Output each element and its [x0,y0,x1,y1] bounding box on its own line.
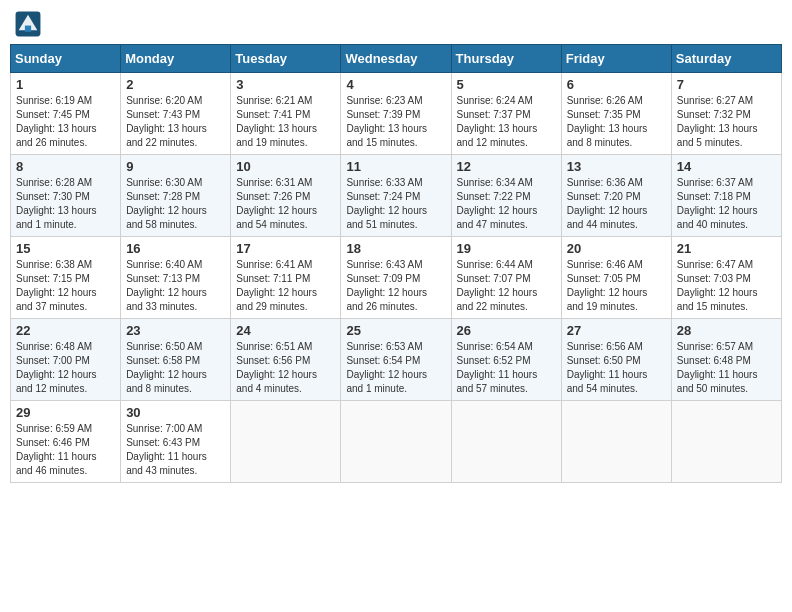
page-header [10,10,782,38]
calendar-cell: 20Sunrise: 6:46 AMSunset: 7:05 PMDayligh… [561,237,671,319]
calendar-cell: 14Sunrise: 6:37 AMSunset: 7:18 PMDayligh… [671,155,781,237]
column-header-sunday: Sunday [11,45,121,73]
day-info: Sunrise: 6:23 AMSunset: 7:39 PMDaylight:… [346,94,445,150]
day-info: Sunrise: 6:38 AMSunset: 7:15 PMDaylight:… [16,258,115,314]
calendar-cell: 21Sunrise: 6:47 AMSunset: 7:03 PMDayligh… [671,237,781,319]
day-number: 2 [126,77,225,92]
day-number: 9 [126,159,225,174]
calendar-cell [561,401,671,483]
day-number: 20 [567,241,666,256]
calendar-cell: 2Sunrise: 6:20 AMSunset: 7:43 PMDaylight… [121,73,231,155]
column-header-friday: Friday [561,45,671,73]
calendar-cell: 12Sunrise: 6:34 AMSunset: 7:22 PMDayligh… [451,155,561,237]
calendar-cell: 26Sunrise: 6:54 AMSunset: 6:52 PMDayligh… [451,319,561,401]
day-number: 5 [457,77,556,92]
day-info: Sunrise: 6:21 AMSunset: 7:41 PMDaylight:… [236,94,335,150]
column-header-tuesday: Tuesday [231,45,341,73]
day-number: 29 [16,405,115,420]
calendar-cell: 17Sunrise: 6:41 AMSunset: 7:11 PMDayligh… [231,237,341,319]
day-info: Sunrise: 6:24 AMSunset: 7:37 PMDaylight:… [457,94,556,150]
column-header-monday: Monday [121,45,231,73]
day-number: 6 [567,77,666,92]
day-info: Sunrise: 6:33 AMSunset: 7:24 PMDaylight:… [346,176,445,232]
day-number: 26 [457,323,556,338]
calendar-cell: 23Sunrise: 6:50 AMSunset: 6:58 PMDayligh… [121,319,231,401]
svg-rect-2 [25,26,31,32]
calendar-cell: 24Sunrise: 6:51 AMSunset: 6:56 PMDayligh… [231,319,341,401]
day-number: 14 [677,159,776,174]
day-info: Sunrise: 6:53 AMSunset: 6:54 PMDaylight:… [346,340,445,396]
day-number: 4 [346,77,445,92]
calendar-cell: 19Sunrise: 6:44 AMSunset: 7:07 PMDayligh… [451,237,561,319]
column-header-saturday: Saturday [671,45,781,73]
day-info: Sunrise: 6:28 AMSunset: 7:30 PMDaylight:… [16,176,115,232]
day-number: 11 [346,159,445,174]
calendar-cell: 13Sunrise: 6:36 AMSunset: 7:20 PMDayligh… [561,155,671,237]
day-info: Sunrise: 6:43 AMSunset: 7:09 PMDaylight:… [346,258,445,314]
day-number: 1 [16,77,115,92]
calendar-cell: 16Sunrise: 6:40 AMSunset: 7:13 PMDayligh… [121,237,231,319]
day-number: 22 [16,323,115,338]
column-header-wednesday: Wednesday [341,45,451,73]
calendar-cell: 22Sunrise: 6:48 AMSunset: 7:00 PMDayligh… [11,319,121,401]
day-number: 25 [346,323,445,338]
calendar-cell: 30Sunrise: 7:00 AMSunset: 6:43 PMDayligh… [121,401,231,483]
calendar-cell: 18Sunrise: 6:43 AMSunset: 7:09 PMDayligh… [341,237,451,319]
day-info: Sunrise: 6:30 AMSunset: 7:28 PMDaylight:… [126,176,225,232]
day-info: Sunrise: 6:44 AMSunset: 7:07 PMDaylight:… [457,258,556,314]
day-info: Sunrise: 6:19 AMSunset: 7:45 PMDaylight:… [16,94,115,150]
calendar-cell [231,401,341,483]
column-header-thursday: Thursday [451,45,561,73]
day-number: 18 [346,241,445,256]
day-number: 13 [567,159,666,174]
day-info: Sunrise: 6:51 AMSunset: 6:56 PMDaylight:… [236,340,335,396]
day-number: 30 [126,405,225,420]
day-number: 7 [677,77,776,92]
day-info: Sunrise: 6:48 AMSunset: 7:00 PMDaylight:… [16,340,115,396]
calendar-cell: 27Sunrise: 6:56 AMSunset: 6:50 PMDayligh… [561,319,671,401]
day-info: Sunrise: 6:34 AMSunset: 7:22 PMDaylight:… [457,176,556,232]
day-number: 21 [677,241,776,256]
calendar-cell: 4Sunrise: 6:23 AMSunset: 7:39 PMDaylight… [341,73,451,155]
logo [14,10,44,38]
calendar-cell: 5Sunrise: 6:24 AMSunset: 7:37 PMDaylight… [451,73,561,155]
calendar-week-2: 8Sunrise: 6:28 AMSunset: 7:30 PMDaylight… [11,155,782,237]
day-number: 15 [16,241,115,256]
day-number: 3 [236,77,335,92]
calendar-cell [671,401,781,483]
day-info: Sunrise: 6:57 AMSunset: 6:48 PMDaylight:… [677,340,776,396]
calendar-cell: 11Sunrise: 6:33 AMSunset: 7:24 PMDayligh… [341,155,451,237]
day-info: Sunrise: 6:46 AMSunset: 7:05 PMDaylight:… [567,258,666,314]
calendar-cell: 29Sunrise: 6:59 AMSunset: 6:46 PMDayligh… [11,401,121,483]
calendar-cell: 3Sunrise: 6:21 AMSunset: 7:41 PMDaylight… [231,73,341,155]
calendar-week-5: 29Sunrise: 6:59 AMSunset: 6:46 PMDayligh… [11,401,782,483]
day-number: 12 [457,159,556,174]
day-info: Sunrise: 6:41 AMSunset: 7:11 PMDaylight:… [236,258,335,314]
day-info: Sunrise: 7:00 AMSunset: 6:43 PMDaylight:… [126,422,225,478]
calendar-cell: 28Sunrise: 6:57 AMSunset: 6:48 PMDayligh… [671,319,781,401]
calendar-cell [451,401,561,483]
day-info: Sunrise: 6:59 AMSunset: 6:46 PMDaylight:… [16,422,115,478]
day-number: 24 [236,323,335,338]
logo-icon [14,10,42,38]
day-number: 23 [126,323,225,338]
calendar-week-1: 1Sunrise: 6:19 AMSunset: 7:45 PMDaylight… [11,73,782,155]
day-info: Sunrise: 6:54 AMSunset: 6:52 PMDaylight:… [457,340,556,396]
day-info: Sunrise: 6:37 AMSunset: 7:18 PMDaylight:… [677,176,776,232]
day-info: Sunrise: 6:40 AMSunset: 7:13 PMDaylight:… [126,258,225,314]
day-info: Sunrise: 6:56 AMSunset: 6:50 PMDaylight:… [567,340,666,396]
calendar-week-3: 15Sunrise: 6:38 AMSunset: 7:15 PMDayligh… [11,237,782,319]
calendar-cell: 6Sunrise: 6:26 AMSunset: 7:35 PMDaylight… [561,73,671,155]
calendar-table: SundayMondayTuesdayWednesdayThursdayFrid… [10,44,782,483]
calendar-cell: 1Sunrise: 6:19 AMSunset: 7:45 PMDaylight… [11,73,121,155]
calendar-cell: 10Sunrise: 6:31 AMSunset: 7:26 PMDayligh… [231,155,341,237]
day-number: 19 [457,241,556,256]
day-number: 28 [677,323,776,338]
day-info: Sunrise: 6:27 AMSunset: 7:32 PMDaylight:… [677,94,776,150]
day-info: Sunrise: 6:47 AMSunset: 7:03 PMDaylight:… [677,258,776,314]
day-info: Sunrise: 6:36 AMSunset: 7:20 PMDaylight:… [567,176,666,232]
calendar-cell: 9Sunrise: 6:30 AMSunset: 7:28 PMDaylight… [121,155,231,237]
day-info: Sunrise: 6:50 AMSunset: 6:58 PMDaylight:… [126,340,225,396]
calendar-cell: 8Sunrise: 6:28 AMSunset: 7:30 PMDaylight… [11,155,121,237]
calendar-cell: 15Sunrise: 6:38 AMSunset: 7:15 PMDayligh… [11,237,121,319]
